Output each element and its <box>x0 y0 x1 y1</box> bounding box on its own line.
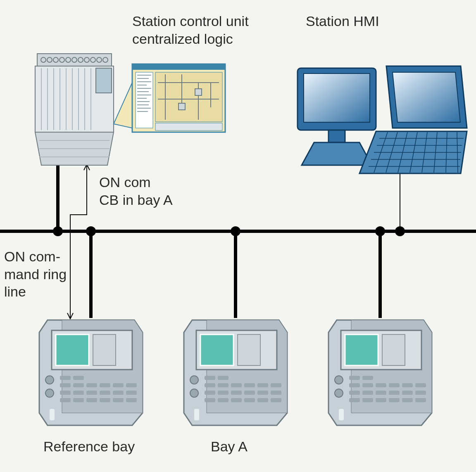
svg-rect-135 <box>231 398 242 402</box>
svg-point-90 <box>45 389 54 397</box>
svg-rect-91 <box>60 376 71 380</box>
svg-rect-108 <box>100 398 110 402</box>
svg-rect-98 <box>126 383 137 387</box>
svg-rect-103 <box>113 391 124 395</box>
svg-marker-38 <box>114 83 132 128</box>
svg-point-118 <box>190 389 198 397</box>
svg-rect-95 <box>86 383 97 387</box>
svg-rect-133 <box>205 398 215 402</box>
svg-rect-164 <box>389 398 400 402</box>
diagram-canvas <box>0 0 476 472</box>
command-path <box>67 164 90 319</box>
svg-rect-119 <box>205 376 215 380</box>
svg-rect-150 <box>362 383 373 387</box>
svg-rect-102 <box>100 391 110 395</box>
svg-rect-122 <box>218 383 228 387</box>
svg-rect-131 <box>257 391 268 395</box>
svg-rect-147 <box>349 376 360 380</box>
svg-rect-156 <box>362 391 373 395</box>
svg-rect-153 <box>402 383 413 387</box>
bay-a-ied <box>184 320 287 425</box>
svg-rect-134 <box>218 398 228 402</box>
svg-rect-87 <box>56 334 89 365</box>
svg-rect-132 <box>271 391 281 395</box>
station-hmi-monitor <box>298 68 376 165</box>
svg-rect-121 <box>205 383 215 387</box>
svg-rect-92 <box>73 376 84 380</box>
svg-rect-154 <box>415 383 426 387</box>
svg-rect-99 <box>60 391 71 395</box>
svg-rect-94 <box>73 383 84 387</box>
svg-rect-124 <box>244 383 255 387</box>
svg-point-89 <box>45 376 54 384</box>
svg-rect-109 <box>113 398 124 402</box>
svg-rect-167 <box>339 409 344 420</box>
svg-rect-160 <box>415 391 426 395</box>
svg-rect-155 <box>349 391 360 395</box>
svg-rect-149 <box>349 383 360 387</box>
svg-rect-126 <box>271 383 281 387</box>
svg-rect-129 <box>231 391 242 395</box>
svg-rect-33 <box>96 68 112 93</box>
svg-rect-61 <box>195 89 202 95</box>
svg-rect-11 <box>37 54 112 66</box>
svg-rect-63 <box>155 123 222 130</box>
svg-rect-110 <box>126 398 137 402</box>
svg-rect-161 <box>349 398 360 402</box>
svg-rect-136 <box>244 398 255 402</box>
station-control-plc <box>35 54 114 165</box>
svg-rect-144 <box>382 334 405 365</box>
reference-bay-ied <box>39 320 143 425</box>
svg-rect-162 <box>362 398 373 402</box>
svg-rect-107 <box>86 398 97 402</box>
svg-rect-88 <box>93 334 116 365</box>
svg-rect-105 <box>60 398 71 402</box>
svg-rect-111 <box>50 409 55 420</box>
svg-rect-127 <box>205 391 215 395</box>
svg-rect-65 <box>304 74 370 122</box>
svg-rect-116 <box>238 334 260 365</box>
svg-rect-93 <box>60 383 71 387</box>
svg-rect-143 <box>345 334 378 365</box>
svg-rect-41 <box>136 72 153 128</box>
svg-rect-165 <box>402 398 413 402</box>
right-bay-ied <box>328 320 432 425</box>
svg-rect-97 <box>113 383 124 387</box>
svg-point-117 <box>190 376 198 384</box>
svg-rect-125 <box>257 383 268 387</box>
network-bus <box>0 165 476 318</box>
svg-rect-148 <box>362 376 373 380</box>
svg-rect-158 <box>389 391 400 395</box>
svg-rect-157 <box>376 391 386 395</box>
svg-rect-163 <box>376 398 386 402</box>
svg-rect-100 <box>73 391 84 395</box>
svg-rect-159 <box>402 391 413 395</box>
svg-rect-62 <box>178 103 185 110</box>
svg-point-146 <box>335 389 343 397</box>
svg-rect-104 <box>126 391 137 395</box>
svg-rect-115 <box>200 334 233 365</box>
svg-rect-101 <box>86 391 97 395</box>
svg-rect-123 <box>231 383 242 387</box>
svg-rect-138 <box>271 398 281 402</box>
svg-rect-151 <box>376 383 386 387</box>
svg-marker-69 <box>393 72 460 122</box>
svg-marker-67 <box>302 142 372 165</box>
svg-rect-66 <box>328 130 345 142</box>
svg-rect-152 <box>389 383 400 387</box>
svg-rect-139 <box>194 409 199 420</box>
svg-rect-166 <box>415 398 426 402</box>
svg-rect-128 <box>218 391 228 395</box>
svg-point-145 <box>335 376 343 384</box>
centralized-logic-editor <box>114 64 225 132</box>
svg-rect-137 <box>257 398 268 402</box>
svg-rect-40 <box>132 64 225 70</box>
svg-rect-106 <box>73 398 84 402</box>
svg-rect-96 <box>100 383 110 387</box>
svg-rect-130 <box>244 391 255 395</box>
svg-rect-120 <box>218 376 228 380</box>
